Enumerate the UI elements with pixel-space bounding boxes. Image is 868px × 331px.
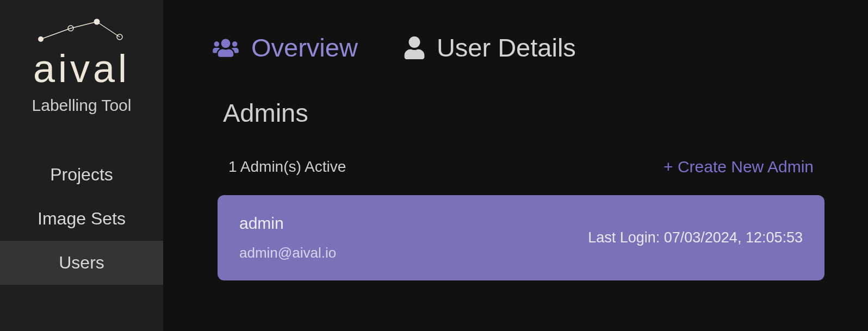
sidebar: aival Labelling Tool Projects Image Sets…	[0, 0, 163, 331]
sidebar-item-projects[interactable]: Projects	[0, 153, 163, 197]
tab-label: User Details	[437, 33, 576, 63]
section-header-row: 1 Admin(s) Active + Create New Admin	[228, 158, 814, 176]
sidebar-item-users[interactable]: Users	[0, 241, 163, 285]
active-count: 1 Admin(s) Active	[228, 158, 346, 176]
main-content: Overview User Details Admins 1 Admin(s) …	[163, 0, 868, 331]
tab-label: Overview	[251, 33, 358, 63]
user-card[interactable]: admin admin@aival.io Last Login: 07/03/2…	[218, 195, 824, 280]
user-icon	[404, 36, 425, 59]
sidebar-item-image-sets[interactable]: Image Sets	[0, 197, 163, 241]
svg-line-2	[97, 22, 120, 37]
user-card-left: admin admin@aival.io	[239, 214, 336, 261]
svg-point-3	[38, 36, 44, 42]
user-last-login: Last Login: 07/03/2024, 12:05:53	[588, 229, 803, 246]
user-email: admin@aival.io	[239, 245, 336, 261]
svg-line-1	[71, 22, 97, 28]
tabs-row: Overview User Details	[212, 33, 830, 63]
tab-overview[interactable]: Overview	[212, 33, 358, 63]
svg-line-0	[41, 28, 71, 39]
brand-subtitle: Labelling Tool	[32, 96, 132, 115]
svg-point-5	[94, 19, 100, 25]
users-group-icon	[212, 38, 239, 58]
tab-user-details[interactable]: User Details	[404, 33, 576, 63]
brand-name: aival	[33, 49, 130, 88]
user-name: admin	[239, 214, 336, 233]
section-title: Admins	[223, 98, 830, 128]
logo-graphic-icon	[33, 16, 131, 46]
create-new-admin-button[interactable]: + Create New Admin	[664, 158, 814, 176]
